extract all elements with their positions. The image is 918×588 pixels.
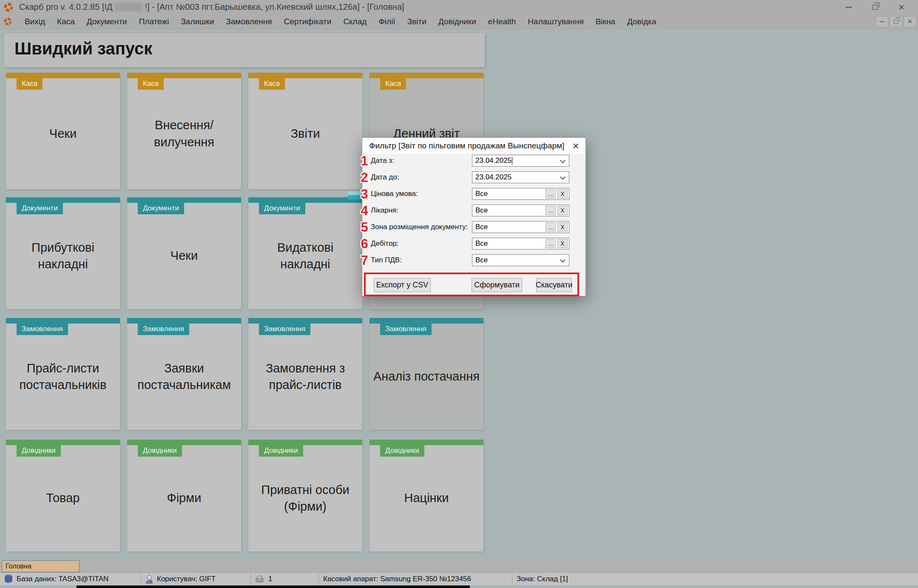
tile-category-bar (6, 73, 120, 78)
window-minimize-button[interactable] (836, 0, 862, 14)
quick-launch-tile[interactable]: Документи Прибуткові накладні (6, 197, 120, 309)
menu-item[interactable]: eHealth (482, 15, 522, 28)
annotation-number: 7 (358, 253, 371, 268)
field-input[interactable]: Все ... X (472, 238, 569, 250)
menu-bar: Вихід Каса Документи Платежі Залишки Зам… (0, 14, 918, 29)
tile-label: Чеки (6, 78, 120, 189)
quick-launch-tile[interactable]: Замовлення Замовлення з прайс-листів (248, 318, 362, 430)
mdi-minimize-button[interactable] (875, 16, 888, 27)
dialog-title: Фильтр [Звіт по пільговим продажам Вынсп… (369, 141, 564, 151)
dropdown-chevron-icon[interactable] (560, 158, 566, 163)
quick-launch-tile[interactable]: Замовлення Прайс-листи постачальників (6, 318, 120, 430)
field-input[interactable]: 23.04.2025 ... X (472, 171, 569, 183)
dialog-titlebar[interactable]: Фильтр [Звіт по пільговим продажам Вынсп… (362, 138, 585, 154)
window-close-button[interactable]: × (888, 0, 915, 14)
field-input[interactable]: Все ... X (472, 221, 569, 233)
menu-item[interactable]: Сертифікати (278, 15, 338, 28)
window-restore-button[interactable] (862, 0, 888, 14)
quick-launch-tile[interactable]: Каса Внесення/вилучення (127, 73, 241, 189)
menu-item[interactable]: Довідка (621, 15, 662, 28)
quick-launch-tile[interactable]: Документи Чеки (127, 197, 241, 309)
quick-launch-tile[interactable]: Довідники Приватні особи (Фірми) (248, 440, 362, 551)
menu-item[interactable]: Склад (337, 15, 372, 28)
tile-row: Замовлення Прайс-листи постачальників За… (6, 318, 483, 430)
browse-button[interactable]: ... (546, 206, 556, 215)
quick-launch-tile[interactable]: Каса Звіти (248, 73, 362, 189)
status-bar: База даних: TASA3@TITAN Користувач: GIFT… (0, 572, 918, 585)
dropdown-chevron-icon[interactable] (560, 174, 566, 180)
export-csv-button[interactable]: Експорт у CSV (374, 278, 431, 292)
dialog-body: 1 Дата з: 23.04.2025 ... X 2 Дата до: (371, 155, 579, 271)
menu-item[interactable]: Довідники (432, 15, 482, 28)
close-icon: × (898, 3, 904, 11)
menu-item[interactable]: Філії (372, 15, 401, 28)
quick-launch-tile[interactable]: Документи Видаткові накладні (248, 197, 362, 309)
clear-button[interactable]: X (557, 239, 568, 248)
menu-item[interactable]: Залишки (175, 15, 220, 28)
restore-icon (894, 20, 898, 24)
tile-label: Аналіз постачання (369, 324, 483, 430)
field-buttons: ... X (546, 239, 568, 248)
menu-item[interactable]: Налаштування (522, 15, 589, 28)
menu-items: Вихід Каса Документи Платежі Залишки Зам… (19, 15, 662, 28)
mdi-close-button[interactable]: × (904, 16, 916, 27)
status-zone-text: Зона: Склад [1] (517, 575, 568, 583)
filter-row: 1 Дата з: 23.04.2025 ... X (371, 155, 579, 167)
field-value: Все (475, 205, 488, 216)
tile-category-bar (248, 197, 362, 203)
quick-launch-tile[interactable]: Каса Чеки (6, 73, 120, 189)
browse-button[interactable]: ... (546, 222, 556, 232)
mdi-restore-button[interactable] (890, 16, 902, 27)
tile-category-bar (6, 440, 120, 445)
tile-category-bar (248, 73, 362, 78)
dropdown-chevron-icon[interactable] (560, 257, 566, 263)
menu-item[interactable]: Вихід (19, 15, 51, 28)
menu-item[interactable]: Документи (81, 15, 133, 28)
annotation-number: 2 (358, 170, 371, 185)
menu-item[interactable]: Платежі (133, 15, 175, 28)
tile-label: Заявки постачальникам (127, 324, 241, 430)
clear-button[interactable]: X (557, 222, 568, 232)
dialog-close-button[interactable]: × (566, 138, 585, 154)
quick-launch-title: Швидкий запуск (14, 39, 485, 58)
field-input[interactable]: Все ... X (472, 188, 569, 200)
restore-icon (873, 5, 878, 10)
cancel-button[interactable]: Скасувати (536, 278, 572, 292)
quick-launch-tile[interactable]: Довідники Фірми (127, 440, 241, 551)
status-register-count-text: 1 (268, 575, 272, 583)
field-label: Дата до: (371, 171, 399, 183)
field-input[interactable]: Все ... X (472, 205, 569, 216)
tile-label: Товар (6, 445, 120, 551)
menu-item[interactable]: Вікна (590, 15, 621, 28)
clear-button[interactable]: X (557, 189, 568, 199)
tile-category-bar (369, 318, 483, 324)
tile-label: Прайс-листи постачальників (6, 324, 120, 430)
browse-button[interactable]: ... (546, 189, 556, 199)
tile-category-bar (6, 318, 120, 324)
menu-item[interactable]: Каса (51, 15, 81, 28)
window-titlebar: Скарб pro v. 4.0.2.85 [ІД !] - [Апт №003… (0, 0, 918, 14)
tile-category-bar (127, 440, 241, 445)
quick-launch-tile[interactable]: Замовлення Заявки постачальникам (127, 318, 241, 430)
tile-category-bar (248, 318, 362, 324)
tile-label: Прибуткові накладні (6, 203, 120, 309)
menu-item[interactable]: Звіти (401, 15, 432, 28)
generate-button[interactable]: Сформувати (472, 278, 522, 292)
window-title-prefix: Скарб pro v. 4.0.2.85 [ІД (19, 2, 112, 12)
status-zone: Зона: Склад [1] (512, 573, 918, 585)
window-title-suffix: !] - [Апт №003 пгт.Барышевка, ул.Киевски… (145, 2, 404, 12)
tab-holovna[interactable]: Головна (2, 560, 80, 572)
close-icon: × (908, 17, 912, 26)
field-input[interactable]: 23.04.2025 ... X (472, 155, 569, 167)
field-value: 23.04.2025 (475, 172, 512, 183)
taskbar-edge (77, 585, 470, 588)
quick-launch-tile[interactable]: Довідники Товар (6, 440, 120, 551)
field-input[interactable]: Все ... X (472, 254, 569, 266)
clear-button[interactable]: X (557, 206, 568, 215)
quick-launch-tile[interactable]: Замовлення Аналіз постачання (369, 318, 483, 430)
menu-item[interactable]: Замовлення (220, 15, 278, 28)
field-buttons: ... X (546, 222, 568, 232)
quick-launch-tile[interactable]: Довідники Націнки (369, 440, 483, 551)
filter-row: 6 Дебітор: Все ... X (371, 238, 579, 250)
browse-button[interactable]: ... (546, 239, 556, 248)
